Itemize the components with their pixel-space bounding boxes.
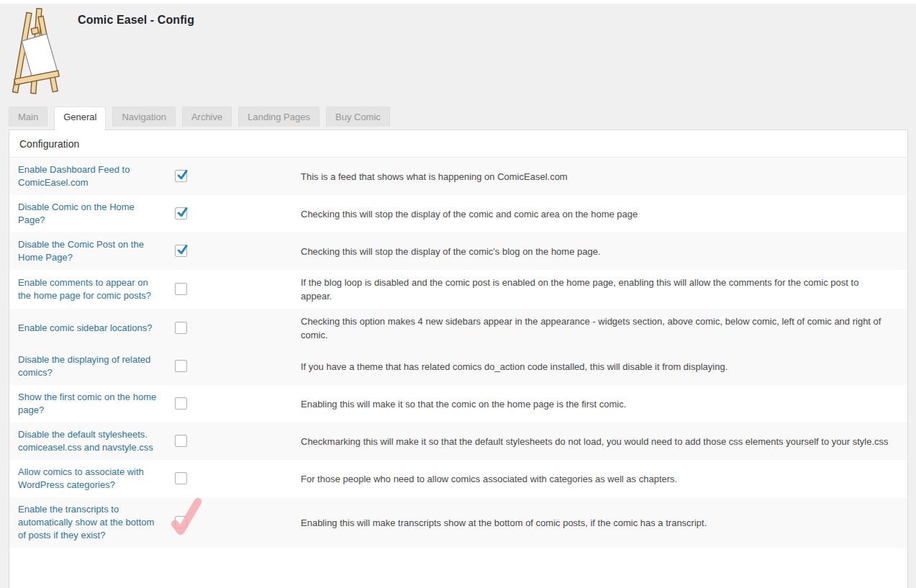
easel-icon [6,6,65,99]
config-row-wordpress-categories: Allow comics to associate with WordPress… [9,460,907,497]
checkbox-sidebar-locations[interactable] [175,322,187,334]
setting-label[interactable]: Enable comic sidebar locations? [9,322,162,335]
setting-label[interactable]: Enable Dashboard Feed to ComicEasel.com [9,163,162,189]
tab-buy-comic[interactable]: Buy Comic [326,107,390,127]
checkbox-cell [162,322,301,335]
checkbox-transcripts[interactable] [175,516,187,528]
tab-navigation[interactable]: Navigation [112,107,175,127]
check-icon [176,244,189,256]
checkbox-cell [162,245,301,258]
config-row-disable-comic-post-home: Disable the Comic Post on the Home Page?… [9,232,907,270]
checkbox-dashboard-feed[interactable] [175,170,187,182]
checkbox-home-comments[interactable] [175,283,187,295]
setting-label[interactable]: Disable the displaying of related comics… [9,353,162,379]
tab-landing-pages[interactable]: Landing Pages [238,107,319,127]
checkbox-first-comic-home[interactable] [175,397,187,410]
checkbox-cell [162,207,301,220]
checkbox-cell [162,397,301,410]
config-row-disable-related-comics: Disable the displaying of related comics… [9,348,907,385]
tab-main[interactable]: Main [9,107,47,127]
config-row-sidebar-locations: Enable comic sidebar locations? Checking… [9,309,907,348]
setting-label[interactable]: Enable comments to appear on the home pa… [9,276,162,302]
check-icon [176,169,189,181]
config-row-dashboard-feed: Enable Dashboard Feed to ComicEasel.com … [9,158,907,195]
checkbox-disable-comic-home[interactable] [175,207,187,220]
checkbox-cell [162,283,301,296]
tab-archive[interactable]: Archive [182,107,232,127]
setting-label[interactable]: Disable the default stylesheets. comicea… [9,428,162,454]
setting-description: For those people who need to allow comic… [301,472,907,486]
config-row-disable-comic-home: Disable Comic on the Home Page? Checking… [9,195,907,232]
checkbox-cell [162,170,301,183]
setting-description: Checking this option makes 4 new sidebar… [301,315,907,342]
setting-label[interactable]: Allow comics to associate with WordPress… [9,466,162,492]
checkbox-cell [162,472,301,485]
setting-description: Checking this will stop the display of t… [301,207,907,221]
setting-description: If you have a theme that has related com… [301,360,907,374]
checkbox-cell [162,516,301,529]
setting-label[interactable]: Show the first comic on the home page? [9,391,162,417]
checkbox-cell [162,360,301,373]
settings-list: Enable Dashboard Feed to ComicEasel.com … [9,158,907,548]
setting-description: If the blog loop is disabled and the com… [301,276,907,303]
tab-general[interactable]: General [54,107,106,130]
config-row-disable-default-stylesheets: Disable the default stylesheets. comicea… [9,422,907,460]
setting-description: Checking this will stop the display of t… [301,245,907,258]
setting-label[interactable]: Disable Comic on the Home Page? [9,201,162,227]
checkbox-disable-default-stylesheets[interactable] [175,435,187,447]
check-icon [176,207,189,219]
section-heading-configuration: Configuration [9,130,907,158]
setting-label[interactable]: Enable the transcripts to automatically … [9,503,162,542]
pink-marker-check-icon [169,494,205,536]
setting-description: This is a feed that shows what is happen… [301,170,907,184]
setting-description: Enabling this will make it so that the c… [301,397,907,411]
checkbox-wordpress-categories[interactable] [175,472,187,484]
setting-label[interactable]: Disable the Comic Post on the Home Page? [9,238,162,264]
setting-description: Enabling this will make transcripts show… [301,516,907,530]
config-panel: Configuration Enable Dashboard Feed to C… [9,130,908,588]
config-row-first-comic-home: Show the first comic on the home page? E… [9,385,907,422]
setting-description: Checkmarking this will make it so that t… [301,435,907,448]
tab-bar: MainGeneralNavigationArchiveLanding Page… [0,104,916,127]
plugin-header: Comic Easel - Config [0,4,916,104]
config-row-home-comments: Enable comments to appear on the home pa… [9,270,907,309]
checkbox-disable-related-comics[interactable] [175,360,187,372]
checkbox-cell [162,435,301,448]
config-row-transcripts: Enable the transcripts to automatically … [9,497,907,548]
page-title: Comic Easel - Config [78,14,194,27]
checkbox-disable-comic-post-home[interactable] [175,245,187,257]
